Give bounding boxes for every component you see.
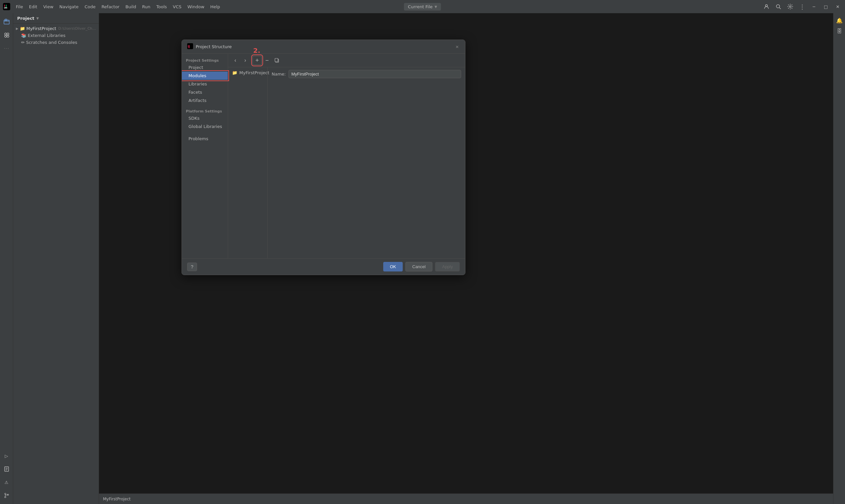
module-content-area: 📁 MyFirstProject Name: [228,67,465,258]
bottom-project-label: MyFirstProject [103,497,131,501]
svg-point-11 [7,33,9,35]
nav-item-project[interactable]: Project [182,63,228,72]
main-layout: ⋯ ▷ ⚠ Project ▼ [0,13,845,504]
dialog-toolbar: ‹ › 2. + − [228,54,465,67]
menu-view[interactable]: View [40,3,56,11]
sidebar-git-icon[interactable] [1,489,13,501]
menu-refactor[interactable]: Refactor [99,3,122,11]
footer-buttons: OK Cancel Apply [383,262,460,271]
account-icon[interactable] [762,2,771,11]
module-item-label: MyFirstProject [239,70,269,75]
sidebar-notifications-icon[interactable]: ⚠ [1,476,13,488]
name-area: Name: [268,67,465,258]
menu-code[interactable]: Code [82,3,98,11]
nav-arrows: ‹ › [231,56,250,65]
right-database-icon[interactable]: 🗄 [835,26,844,36]
svg-rect-1 [4,7,7,8]
sidebar-more-icon[interactable]: ⋯ [1,42,13,54]
menu-help[interactable]: Help [208,3,223,11]
scratches-icon: ✏ [21,40,25,45]
forward-button[interactable]: › [241,56,250,65]
right-notifications-icon[interactable]: 🔔 [835,16,844,25]
apply-button[interactable]: Apply [435,262,460,271]
svg-rect-9 [5,19,7,20]
app-icon: I J [3,3,11,11]
module-item-myfirstproject[interactable]: 📁 MyFirstProject [229,69,266,77]
sidebar-project-icon[interactable] [1,16,13,28]
nav-section-project-settings: Project Settings [182,56,228,63]
name-row: Name: [272,70,461,78]
svg-point-4 [765,5,768,6]
dialog-title-bar: IJ Project Structure × [182,40,465,54]
svg-text:J: J [5,4,6,7]
sidebar-debug-icon[interactable] [1,463,13,475]
copy-module-button[interactable] [272,56,282,65]
nav-item-artifacts[interactable]: Artifacts [182,96,228,105]
remove-module-button[interactable]: − [262,56,272,65]
settings-icon[interactable] [786,2,795,11]
dialog-footer: ? OK Cancel Apply [182,258,465,275]
svg-text:IJ: IJ [188,45,190,48]
left-sidebar: ⋯ ▷ ⚠ [0,13,13,504]
menu-vcs[interactable]: VCS [170,3,184,11]
external-libs-icon: 📚 [21,33,27,38]
back-button[interactable]: ‹ [231,56,240,65]
add-module-button[interactable]: + [252,56,262,65]
svg-rect-24 [275,58,278,62]
tree-external-libs-label: External Libraries [28,33,65,38]
nav-item-problems[interactable]: Problems [182,134,228,143]
chevron-down-icon: ▼ [435,5,437,8]
nav-item-modules[interactable]: Modules [182,72,228,80]
menu-tools[interactable]: Tools [154,3,170,11]
dialog-close-button[interactable]: × [453,43,461,51]
run-config-label: Current File [408,4,433,9]
menu-navigate[interactable]: Navigate [57,3,81,11]
svg-text:I: I [4,4,5,7]
modal-overlay: IJ Project Structure × 1. Project Setti [99,13,833,504]
project-tree: ▶ 📁 MyFirstProject D:\Users\Oliver_Cheun… [13,24,99,504]
run-config-area: Current File ▼ [404,3,441,11]
dialog-content: ‹ › 2. + − [228,54,465,258]
menu-edit[interactable]: Edit [27,3,40,11]
svg-point-7 [790,6,791,7]
tree-root-label: MyFirstProject [27,26,56,31]
tree-root-path: D:\Users\Oliver_Cheung\JavaProject\MyFir… [58,26,96,31]
menu-file[interactable]: File [13,3,26,11]
svg-point-10 [5,33,6,35]
menu-window[interactable]: Window [185,3,207,11]
help-button[interactable]: ? [187,263,197,271]
sidebar-bookmarks-icon[interactable] [1,29,13,41]
ok-button[interactable]: OK [383,262,403,271]
more-options-icon[interactable]: ⋮ [797,2,807,11]
nav-item-global-libraries[interactable]: Global Libraries [182,122,228,131]
run-config-selector[interactable]: Current File ▼ [404,3,441,11]
menu-run[interactable]: Run [140,3,153,11]
minimize-button[interactable]: ─ [809,2,818,11]
nav-item-libraries[interactable]: Libraries [182,80,228,88]
menu-build[interactable]: Build [123,3,139,11]
nav-item-sdks[interactable]: SDKs [182,114,228,122]
svg-point-19 [5,497,6,498]
tree-scratches-label: Scratches and Consoles [26,40,77,45]
tree-item-root[interactable]: ▶ 📁 MyFirstProject D:\Users\Oliver_Cheun… [13,25,99,32]
name-input[interactable] [288,70,461,78]
nav-section-platform-settings: Platform Settings [182,107,228,114]
module-icon: 📁 [232,70,237,75]
close-button[interactable]: ✕ [833,2,842,11]
tree-item-external-libs[interactable]: 📚 External Libraries [13,32,99,39]
menu-bar: I J File Edit View Navigate Code Refacto… [0,0,845,13]
sidebar-run-icon[interactable]: ▷ [1,450,13,462]
search-icon[interactable] [774,2,783,11]
cancel-button[interactable]: Cancel [405,262,433,271]
module-list: 📁 MyFirstProject [228,67,268,258]
dialog-nav: 1. Project Settings Project Modules Libr… [182,54,228,258]
nav-item-facets[interactable]: Facets [182,88,228,96]
project-panel: Project ▼ ▶ 📁 MyFirstProject D:\Users\Ol… [13,13,99,504]
tree-item-scratches[interactable]: ✏ Scratches and Consoles [13,39,99,46]
right-sidebar: 🔔 🗄 [833,13,845,504]
maximize-button[interactable]: □ [821,2,830,11]
folder-icon: 📁 [20,26,25,31]
project-title: Project [17,16,34,21]
svg-line-6 [779,7,781,9]
chevron-icon: ▼ [36,17,39,20]
